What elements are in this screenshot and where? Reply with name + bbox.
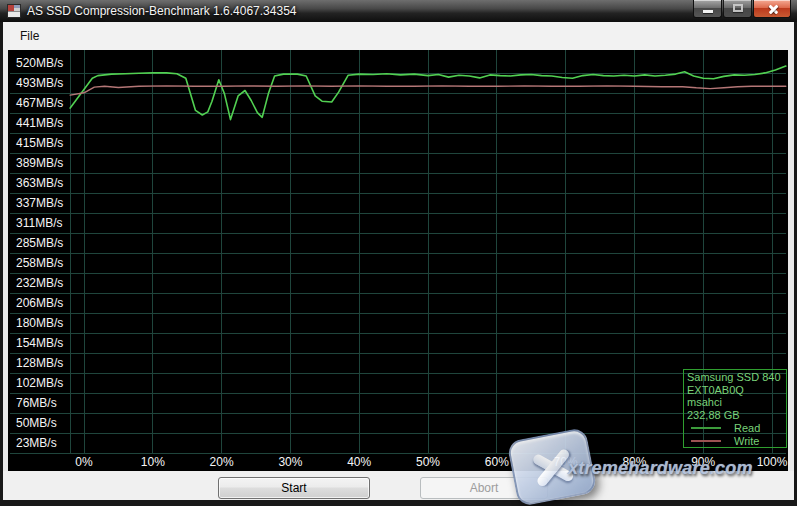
caption-buttons <box>693 0 791 18</box>
x-tick-label: 80% <box>622 455 646 470</box>
legend-read-label: Read <box>734 422 760 434</box>
y-tick-label: 285MB/s <box>16 236 63 250</box>
y-tick-label: 493MB/s <box>16 76 63 90</box>
y-tick-label: 154MB/s <box>16 336 63 350</box>
legend-firmware: EXT0AB0Q <box>687 384 786 397</box>
y-tick-label: 102MB/s <box>16 376 63 390</box>
chart-plot <box>8 50 788 471</box>
y-tick-label: 128MB/s <box>16 356 63 370</box>
y-tick-label: 258MB/s <box>16 256 63 270</box>
abort-button[interactable]: Abort <box>420 477 548 499</box>
minimize-icon <box>703 10 713 13</box>
x-tick-label: 40% <box>347 455 371 470</box>
y-tick-label: 363MB/s <box>16 176 63 190</box>
maximize-icon <box>733 4 743 12</box>
legend-capacity: 232,88 GB <box>687 409 786 422</box>
app-window: AS SSD Compression-Benchmark 1.6.4067.34… <box>0 0 797 506</box>
x-tick-label: 100% <box>757 455 788 470</box>
write-line-sample <box>691 440 721 442</box>
x-tick-label: 70% <box>554 455 578 470</box>
y-tick-label: 76MB/s <box>16 396 57 410</box>
legend-entry-read: Read <box>687 422 786 434</box>
legend-entry-write: Write <box>687 435 786 447</box>
chart-legend: Samsung SSD 840 EXT0AB0Q msahci 232,88 G… <box>683 369 787 448</box>
y-tick-label: 337MB/s <box>16 196 63 210</box>
window-title: AS SSD Compression-Benchmark 1.6.4067.34… <box>27 4 296 18</box>
legend-driver: msahci <box>687 396 786 409</box>
title-bar[interactable]: AS SSD Compression-Benchmark 1.6.4067.34… <box>0 0 797 22</box>
x-tick-label: 60% <box>485 455 509 470</box>
x-tick-label: 30% <box>278 455 302 470</box>
x-tick-label: 50% <box>416 455 440 470</box>
y-tick-label: 520MB/s <box>16 56 63 70</box>
y-tick-label: 232MB/s <box>16 276 63 290</box>
start-button[interactable]: Start <box>218 477 370 499</box>
bottom-bar: Start Abort <box>3 471 794 500</box>
x-tick-label: 20% <box>210 455 234 470</box>
y-tick-label: 467MB/s <box>16 96 63 110</box>
legend-write-label: Write <box>734 435 759 447</box>
minimize-button[interactable] <box>693 0 722 18</box>
y-tick-label: 23MB/s <box>16 436 57 450</box>
grid-lines <box>10 50 786 453</box>
x-tick-label: 10% <box>141 455 165 470</box>
y-tick-label: 311MB/s <box>16 216 62 230</box>
y-tick-label: 415MB/s <box>16 136 63 150</box>
y-tick-label: 206MB/s <box>16 296 63 310</box>
read-line-sample <box>691 427 721 429</box>
app-icon <box>7 4 21 18</box>
y-tick-label: 180MB/s <box>16 316 63 330</box>
maximize-button[interactable] <box>723 0 752 18</box>
y-tick-label: 50MB/s <box>16 416 57 430</box>
y-tick-label: 389MB/s <box>16 156 63 170</box>
menu-file[interactable]: File <box>14 22 45 50</box>
x-tick-label: 0% <box>75 455 92 470</box>
legend-device: Samsung SSD 840 <box>687 371 786 384</box>
compression-benchmark-chart: 520MB/s493MB/s467MB/s441MB/s415MB/s389MB… <box>8 50 788 471</box>
y-tick-label: 441MB/s <box>16 116 63 130</box>
x-tick-label: 90% <box>691 455 715 470</box>
close-button[interactable] <box>753 0 791 18</box>
menu-bar: File <box>3 22 794 50</box>
